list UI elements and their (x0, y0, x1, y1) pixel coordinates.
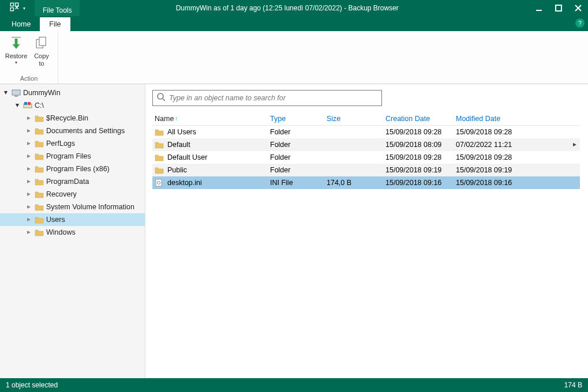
maximize-button[interactable] (549, 0, 568, 16)
svg-rect-11 (24, 102, 27, 105)
folder-icon (155, 166, 164, 174)
search-icon (156, 92, 166, 104)
folder-icon (35, 114, 44, 122)
expand-icon[interactable] (25, 165, 32, 172)
table-row[interactable]: Default UserFolder15/09/2018 09:2815/09/… (152, 151, 580, 164)
cell-size: 174,0 B (324, 179, 383, 187)
file-grid[interactable]: All UsersFolder15/09/2018 09:2815/09/201… (152, 126, 580, 378)
cell-creation-date: 15/09/2018 09:16 (383, 179, 454, 187)
tree-item[interactable]: Users (0, 213, 145, 226)
tree-drive[interactable]: C:\ (0, 99, 145, 112)
cell-modified-date: 15/09/2018 09:28 (454, 128, 523, 136)
cell-type: Folder (268, 141, 324, 149)
copy-icon (34, 36, 49, 51)
context-tab-file-tools[interactable]: File Tools (35, 0, 80, 16)
cell-name: Default (167, 141, 190, 149)
tree-root[interactable]: DummyWin (0, 86, 145, 99)
status-bar: 1 object selected 174 B (0, 378, 588, 392)
app-logo-icon (9, 2, 20, 14)
folder-icon (35, 165, 44, 173)
tree-item[interactable]: Program Files (x86) (0, 163, 145, 175)
close-button[interactable] (568, 0, 588, 16)
row-expand-icon[interactable] (570, 142, 580, 147)
restore-button[interactable]: Restore ▾ (5, 33, 28, 74)
ribbon-group-action: Restore ▾ Copy to Action (0, 31, 58, 84)
tree-item-label: Users (46, 216, 65, 224)
column-name[interactable]: Name↑ (152, 115, 268, 123)
restore-icon (9, 36, 24, 51)
minimize-button[interactable] (529, 0, 549, 16)
tree-item-label: Recovery (46, 190, 77, 198)
cell-creation-date: 15/09/2018 08:09 (383, 141, 454, 149)
expand-icon[interactable] (25, 115, 32, 122)
svg-rect-3 (536, 10, 542, 11)
folder-icon (35, 140, 44, 148)
table-row[interactable]: desktop.iniINI File174,0 B15/09/2018 09:… (152, 176, 580, 189)
folder-icon (35, 152, 44, 160)
tree-item[interactable]: Windows (0, 226, 145, 239)
ribbon-panel: Restore ▾ Copy to Action (0, 31, 588, 84)
svg-rect-14 (156, 179, 162, 186)
tree-root-label: DummyWin (23, 89, 61, 97)
search-box[interactable] (152, 90, 382, 106)
svg-rect-1 (16, 3, 18, 6)
cell-type: Folder (268, 166, 324, 174)
help-button[interactable]: ? (575, 18, 585, 28)
cell-name: Public (167, 166, 187, 174)
cell-creation-date: 15/09/2018 09:19 (383, 166, 454, 174)
column-size[interactable]: Size (324, 115, 383, 123)
folder-icon (35, 127, 44, 135)
column-creation-date[interactable]: Creation Date (383, 115, 454, 123)
tree-item[interactable]: $Recycle.Bin (0, 112, 145, 125)
tree-item[interactable]: PerfLogs (0, 137, 145, 150)
table-row[interactable]: All UsersFolder15/09/2018 09:2815/09/201… (152, 126, 580, 138)
copy-to-button[interactable]: Copy to (30, 33, 53, 74)
tree-item[interactable]: System Volume Information (0, 201, 145, 213)
expand-icon[interactable] (2, 89, 9, 96)
tree-item[interactable]: Recovery (0, 188, 145, 201)
folder-icon (155, 128, 164, 136)
expand-icon[interactable] (25, 216, 32, 223)
expand-icon[interactable] (25, 203, 32, 210)
grid-header: Name↑ Type Size Creation Date Modified D… (152, 112, 580, 126)
tree-drive-label: C:\ (35, 101, 44, 110)
expand-icon[interactable] (25, 153, 32, 160)
expand-icon[interactable] (25, 191, 32, 198)
ribbon-tab-home[interactable]: Home (2, 17, 40, 31)
content-pane: Name↑ Type Size Creation Date Modified D… (145, 84, 588, 378)
cell-creation-date: 15/09/2018 09:28 (383, 128, 454, 136)
cell-modified-date: 15/09/2018 09:28 (454, 153, 523, 161)
svg-rect-9 (14, 96, 18, 97)
svg-point-13 (158, 93, 163, 99)
sort-asc-icon: ↑ (175, 115, 178, 122)
drive-icon (23, 101, 32, 110)
tree-item-label: $Recycle.Bin (46, 114, 88, 122)
svg-rect-4 (556, 5, 561, 11)
tree-item[interactable]: Documents and Settings (0, 125, 145, 137)
tree-item-label: System Volume Information (46, 203, 134, 211)
folder-icon (35, 228, 44, 236)
expand-icon[interactable] (25, 140, 32, 147)
cell-name: desktop.ini (167, 179, 202, 187)
table-row[interactable]: DefaultFolder15/09/2018 08:0907/02/2022 … (152, 138, 580, 151)
tree-item[interactable]: Program Files (0, 150, 145, 163)
expand-icon[interactable] (25, 229, 32, 236)
svg-rect-12 (28, 102, 31, 105)
table-row[interactable]: PublicFolder15/09/2018 09:1915/09/2018 0… (152, 164, 580, 176)
expand-icon[interactable] (25, 127, 32, 134)
cell-name: All Users (167, 128, 196, 136)
qat-dropdown[interactable]: ▾ (23, 6, 25, 11)
navigation-tree[interactable]: DummyWin C:\ $Recycle.BinDocuments and S… (0, 84, 145, 378)
folder-icon (35, 178, 44, 186)
expand-icon[interactable] (25, 178, 32, 185)
search-input[interactable] (169, 94, 378, 102)
svg-rect-5 (12, 37, 21, 38)
folder-icon (35, 190, 44, 198)
expand-icon[interactable] (14, 102, 21, 109)
tree-item-label: Documents and Settings (46, 127, 125, 135)
ribbon-tab-file[interactable]: File (40, 17, 70, 31)
tree-item[interactable]: ProgramData (0, 175, 145, 188)
column-type[interactable]: Type (268, 115, 324, 123)
column-modified-date[interactable]: Modified Date (454, 115, 523, 123)
copy-to-label: Copy to (34, 52, 49, 67)
